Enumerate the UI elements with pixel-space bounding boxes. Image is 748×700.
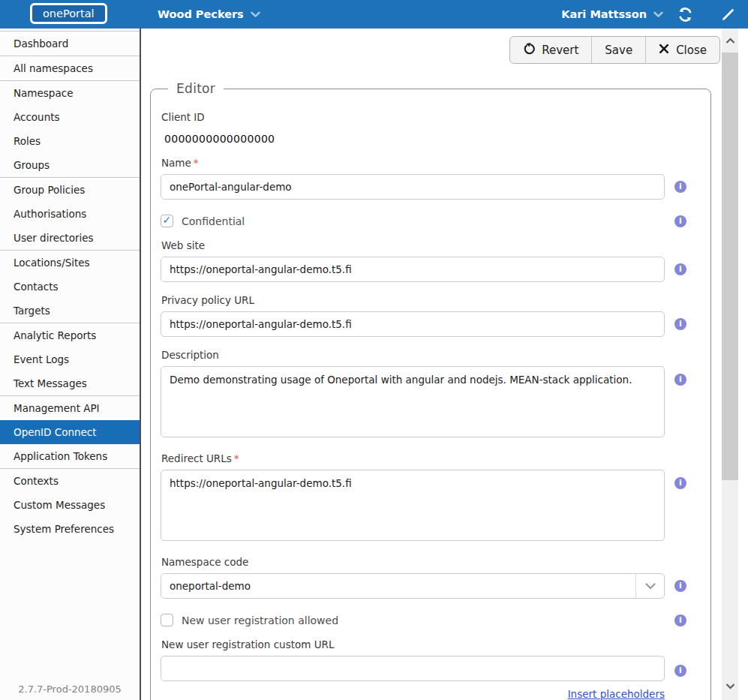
info-icon[interactable]: [674, 181, 686, 193]
new-user-registration-row: New user registration allowed: [161, 614, 665, 626]
sidebar-item-authorisations[interactable]: Authorisations: [0, 202, 140, 226]
website-row: [161, 257, 665, 282]
privacy-policy-input[interactable]: [161, 311, 665, 337]
privacy-policy-row: [161, 311, 665, 337]
name-input[interactable]: [161, 174, 665, 200]
website-label: Web site: [161, 239, 710, 251]
description-label: Description: [161, 349, 710, 361]
confidential-label: Confidential: [182, 215, 245, 227]
main-content: Revert Save Close Editor Client ID 00000…: [141, 29, 748, 700]
scroll-down-icon[interactable]: [722, 677, 738, 694]
redirect-urls-row: https://oneportal-angular-demo.t5.fi: [161, 470, 665, 544]
sidebar-item-all-namespaces[interactable]: All namespaces: [0, 56, 140, 80]
chevron-down-icon: [653, 8, 663, 20]
save-button-label: Save: [605, 44, 632, 57]
info-icon[interactable]: [674, 477, 686, 489]
app-window: onePortal Wood Peckers Kari Mattsson: [0, 0, 748, 700]
sidebar-item-contacts[interactable]: Contacts: [0, 275, 140, 299]
namespace-code-row: oneportal-demo: [161, 573, 665, 599]
info-icon[interactable]: [674, 665, 686, 677]
sidebar-item-dashboard[interactable]: Dashboard: [0, 32, 140, 56]
sidebar-item-groups[interactable]: Groups: [0, 153, 140, 177]
redirect-urls-textarea[interactable]: https://oneportal-angular-demo.t5.fi: [161, 470, 665, 541]
insert-placeholders-link[interactable]: Insert placeholders: [161, 688, 665, 700]
namespace-code-value: oneportal-demo: [161, 580, 635, 592]
user-name: Kari Mattsson: [561, 8, 647, 20]
version-label: 2.7.7-Prod-20180905: [0, 683, 140, 695]
revert-icon: [523, 43, 535, 58]
chevron-down-icon[interactable]: [635, 574, 664, 598]
sidebar: Dashboard All namespaces Namespace Accou…: [0, 29, 141, 700]
close-button-label: Close: [676, 44, 707, 57]
registration-custom-url-input[interactable]: [161, 656, 665, 681]
redirect-urls-label: Redirect URLs*: [161, 452, 710, 464]
sidebar-item-targets[interactable]: Targets: [0, 299, 140, 323]
namespace-code-select[interactable]: oneportal-demo: [161, 573, 665, 599]
sidebar-item-group-policies[interactable]: Group Policies: [0, 178, 140, 202]
registration-custom-url-label: New user registration custom URL: [161, 638, 710, 650]
editor-legend: Editor: [168, 81, 224, 96]
sidebar-item-analytic-reports[interactable]: Analytic Reports: [0, 323, 140, 347]
sidebar-item-openid-connect[interactable]: OpenID Connect: [0, 420, 140, 444]
refresh-icon[interactable]: [677, 0, 693, 29]
scrollbar-thumb[interactable]: [722, 53, 738, 480]
info-icon[interactable]: [674, 318, 686, 330]
sidebar-item-system-preferences[interactable]: System Preferences: [0, 517, 140, 541]
client-id-value: 0000000000000000: [164, 133, 710, 145]
editor-toolbar: Revert Save Close: [509, 36, 720, 64]
sidebar-item-accounts[interactable]: Accounts: [0, 105, 140, 129]
save-button[interactable]: Save: [591, 37, 645, 63]
client-id-label: Client ID: [161, 111, 710, 123]
description-textarea[interactable]: Demo demonstrating usage of Oneportal wi…: [161, 366, 665, 437]
tenant-name: Wood Peckers: [158, 8, 244, 20]
sidebar-item-management-api[interactable]: Management API: [0, 396, 140, 420]
editor-panel: Editor Client ID 0000000000000000 Name* …: [150, 81, 711, 700]
revert-button[interactable]: Revert: [510, 37, 591, 63]
sidebar-item-user-directories[interactable]: User directories: [0, 226, 140, 250]
sidebar-item-custom-messages[interactable]: Custom Messages: [0, 493, 140, 517]
info-icon[interactable]: [674, 614, 686, 626]
name-row: [161, 174, 665, 200]
sidebar-item-application-tokens[interactable]: Application Tokens: [0, 444, 140, 468]
website-input[interactable]: [161, 257, 665, 282]
user-menu[interactable]: Kari Mattsson: [561, 0, 663, 29]
confidential-checkbox[interactable]: [161, 215, 173, 227]
scroll-up-icon[interactable]: [722, 32, 738, 49]
top-header-bar: onePortal Wood Peckers Kari Mattsson: [0, 0, 748, 29]
sidebar-item-event-logs[interactable]: Event Logs: [0, 347, 140, 371]
registration-custom-url-row: [161, 656, 665, 681]
chevron-down-icon: [251, 8, 260, 20]
oneportal-logo: onePortal: [30, 3, 107, 24]
close-icon: [659, 44, 669, 57]
pencil-icon[interactable]: [721, 0, 735, 29]
revert-button-label: Revert: [542, 44, 578, 57]
info-icon[interactable]: [674, 580, 686, 592]
confidential-row: Confidential: [161, 215, 665, 227]
new-user-registration-label: New user registration allowed: [182, 614, 338, 626]
required-mark: *: [234, 452, 239, 464]
sidebar-menu: Dashboard All namespaces Namespace Accou…: [0, 31, 140, 541]
privacy-policy-label: Privacy policy URL: [161, 294, 710, 306]
new-user-registration-checkbox[interactable]: [161, 614, 173, 626]
sidebar-item-contexts[interactable]: Contexts: [0, 469, 140, 493]
info-icon[interactable]: [674, 374, 686, 386]
name-label: Name*: [161, 157, 710, 169]
sidebar-item-roles[interactable]: Roles: [0, 129, 140, 153]
sidebar-item-locations-sites[interactable]: Locations/Sites: [0, 251, 140, 275]
namespace-code-label: Namespace code: [161, 556, 710, 568]
sidebar-item-text-messages[interactable]: Text Messages: [0, 371, 140, 395]
sidebar-item-namespace[interactable]: Namespace: [0, 81, 140, 105]
tenant-selector[interactable]: Wood Peckers: [158, 0, 260, 29]
required-mark: *: [194, 157, 199, 169]
info-icon[interactable]: [674, 263, 686, 275]
close-button[interactable]: Close: [645, 37, 719, 63]
vertical-scrollbar[interactable]: [722, 29, 738, 700]
info-icon[interactable]: [674, 215, 686, 227]
description-row: Demo demonstrating usage of Oneportal wi…: [161, 366, 665, 440]
